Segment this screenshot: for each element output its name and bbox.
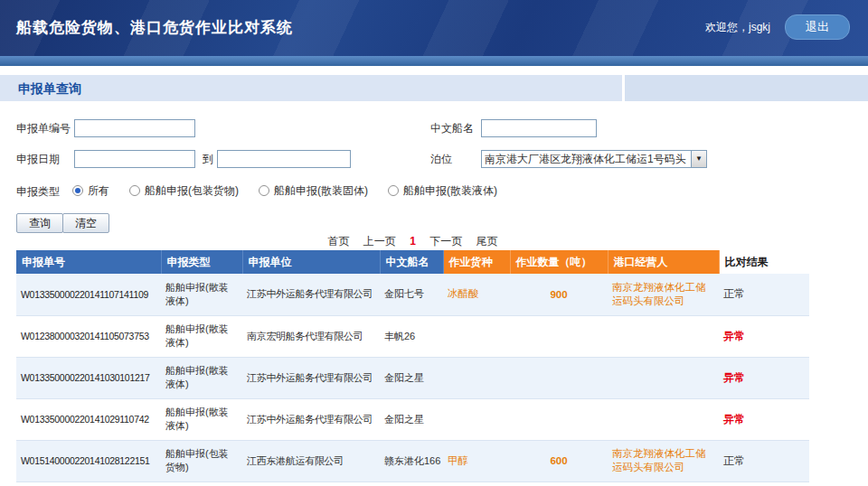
table-header-row: 申报单号 申报类型 申报单位 中文船名 作业货种 作业数量（吨） 港口经营人 比… <box>16 250 809 274</box>
section-title-bar: 申报单查询 <box>0 75 868 101</box>
table-row[interactable]: W013350000220141029110742 船舶申报(散装液体) 江苏中… <box>16 398 809 440</box>
berth-label: 泊位 <box>430 150 452 168</box>
pagination-prev[interactable]: 上一页 <box>363 235 396 248</box>
col-header-unit: 申报单位 <box>242 250 380 274</box>
cell-unit: 江西东港航运有限公司 <box>242 440 380 481</box>
decl-no-label: 申报单编号 <box>16 119 71 137</box>
ship-name-input[interactable] <box>481 119 597 137</box>
table-row[interactable]: W012380000320141105073753 船舶申报(散装液体) 南京宏… <box>16 315 809 357</box>
results-table: 申报单号 申报类型 申报单位 中文船名 作业货种 作业数量（吨） 港口经营人 比… <box>16 250 809 482</box>
radio-packaged-goods[interactable]: 船舶申报(包装货物) <box>129 183 239 199</box>
col-header-type: 申报类型 <box>161 250 242 274</box>
radio-label: 船舶申报(散装固体) <box>274 183 368 199</box>
pagination-next[interactable]: 下一页 <box>429 235 462 248</box>
cell-result: 异常 <box>719 357 809 398</box>
berth-select[interactable]: 南京港大厂港区龙翔液体化工储运1号码头 ▼ <box>481 150 707 168</box>
radio-icon[interactable] <box>388 185 399 196</box>
col-header-cargo: 作业货种 <box>443 250 510 274</box>
ship-name-label: 中文船名 <box>430 119 474 137</box>
table-row[interactable]: W015140000220141028122151 船舶申报(包装货物) 江西东… <box>16 440 809 481</box>
header-right: 欢迎您，jsgkj 退出 <box>705 14 850 40</box>
cell-unit: 江苏中外运船务代理有限公司 <box>242 274 380 315</box>
app-title: 船载危险货物、港口危货作业比对系统 <box>16 17 293 38</box>
cell-decl-no: W015140000220141028122151 <box>16 440 161 481</box>
page: 船载危险货物、港口危货作业比对系统 欢迎您，jsgkj 退出 申报单查询 申报单… <box>0 0 868 486</box>
cell-qty <box>510 357 608 398</box>
cell-unit: 南京宏明船务代理有限公司 <box>242 315 380 357</box>
cell-ship: 金阳之星 <box>380 398 443 440</box>
radio-label: 船舶申报(包装货物) <box>145 183 239 199</box>
cell-ship: 赣东港化166 <box>380 440 443 481</box>
date-from-input[interactable] <box>74 150 195 168</box>
cell-result: 正常 <box>719 274 809 315</box>
pagination-current-page: 1 <box>410 235 416 248</box>
cell-decl-no: W013350000220141030101217 <box>16 357 161 398</box>
table-row[interactable]: W013350000220141030101217 船舶申报(散装液体) 江苏中… <box>16 357 809 398</box>
radio-icon[interactable] <box>259 185 269 196</box>
cell-result: 异常 <box>719 315 809 357</box>
welcome-text: 欢迎您，jsgkj <box>705 20 770 35</box>
radio-label: 船舶申报(散装液体) <box>403 183 497 199</box>
date-to-word: 到 <box>203 150 213 168</box>
radio-bulk-solid[interactable]: 船舶申报(散装固体) <box>259 183 368 199</box>
radio-all[interactable]: 所有 <box>72 183 109 199</box>
type-label: 申报类型 <box>16 182 60 201</box>
col-header-ship: 中文船名 <box>380 250 443 274</box>
decl-no-input[interactable] <box>74 119 195 137</box>
cell-cargo: 冰醋酸 <box>443 274 510 315</box>
section-bar-right-segment <box>625 75 868 101</box>
cell-cargo: 甲醇 <box>443 440 510 481</box>
radio-bulk-liquid[interactable]: 船舶申报(散装液体) <box>388 183 497 199</box>
cell-result: 异常 <box>719 398 809 440</box>
pagination: 首页 上一页 1 下一页 尾页 <box>16 234 809 249</box>
app-header: 船载危险货物、港口危货作业比对系统 欢迎您，jsgkj 退出 <box>0 0 868 56</box>
cell-unit: 江苏中外运船务代理有限公司 <box>242 398 380 440</box>
clear-button[interactable]: 清空 <box>62 213 109 233</box>
cell-cargo <box>443 315 510 357</box>
cell-type: 船舶申报(散装液体) <box>161 357 242 398</box>
radio-icon[interactable] <box>129 185 140 196</box>
cell-type: 船舶申报(散装液体) <box>161 315 242 357</box>
cell-qty: 600 <box>510 440 608 481</box>
radio-icon[interactable] <box>72 185 83 196</box>
page-title: 申报单查询 <box>18 81 81 98</box>
pagination-first[interactable]: 首页 <box>327 235 349 248</box>
cell-decl-no: W013350000220141107141109 <box>16 274 161 315</box>
date-label: 申报日期 <box>16 150 60 168</box>
col-header-qty: 作业数量（吨） <box>510 250 608 274</box>
cell-cargo <box>443 357 510 398</box>
table-row[interactable]: W013350000220141107141109 船舶申报(散装液体) 江苏中… <box>16 274 809 315</box>
cell-type: 船舶申报(散装液体) <box>161 274 242 315</box>
logout-button[interactable]: 退出 <box>785 14 850 40</box>
col-header-operator: 港口经营人 <box>608 250 719 274</box>
query-button[interactable]: 查询 <box>16 213 63 233</box>
date-to-input[interactable] <box>217 150 351 168</box>
cell-operator <box>608 398 719 440</box>
cell-unit: 江苏中外运船务代理有限公司 <box>242 357 380 398</box>
cell-qty <box>510 398 608 440</box>
cell-operator <box>608 315 719 357</box>
cell-qty <box>510 315 608 357</box>
declaration-type-radios: 所有 船舶申报(包装货物) 船舶申报(散装固体) 船舶申报(散装液体) <box>72 182 497 199</box>
col-header-result: 比对结果 <box>719 250 809 274</box>
cell-operator <box>608 357 719 398</box>
cell-ship: 金阳七号 <box>380 274 443 315</box>
cell-decl-no: W012380000320141105073753 <box>16 315 161 357</box>
cell-type: 船舶申报(包装货物) <box>161 440 242 481</box>
cell-result: 正常 <box>719 440 809 481</box>
chevron-down-icon[interactable]: ▼ <box>691 151 706 167</box>
cell-cargo <box>443 398 510 440</box>
section-divider <box>622 75 625 101</box>
header-accent-strip <box>0 56 868 66</box>
query-form: 申报单编号 中文船名 申报日期 到 泊位 南京港大厂港区龙翔液体化工储运1号码头… <box>0 101 868 233</box>
cell-ship: 金阳之星 <box>380 357 443 398</box>
cell-operator: 南京龙翔液体化工储运码头有限公司 <box>608 440 719 481</box>
cell-qty: 900 <box>510 274 608 315</box>
cell-decl-no: W013350000220141029110742 <box>16 398 161 440</box>
cell-ship: 丰帆26 <box>380 315 443 357</box>
cell-operator: 南京龙翔液体化工储运码头有限公司 <box>608 274 719 315</box>
col-header-decl-no: 申报单号 <box>16 250 161 274</box>
berth-select-value: 南京港大厂港区龙翔液体化工储运1号码头 <box>485 151 690 167</box>
cell-type: 船舶申报(散装液体) <box>161 398 242 440</box>
pagination-last[interactable]: 尾页 <box>476 235 498 248</box>
